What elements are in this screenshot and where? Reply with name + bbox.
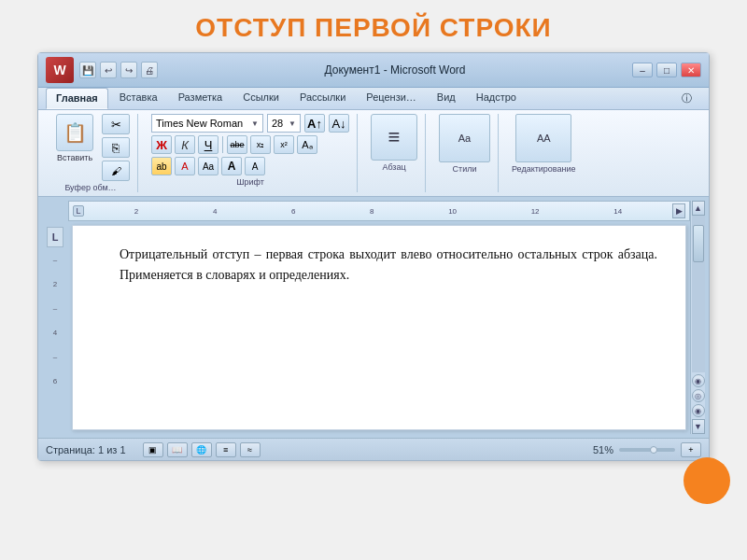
highlight-button[interactable]: ab	[151, 157, 172, 175]
grow-font-button[interactable]: A↑	[304, 114, 325, 133]
tab-review[interactable]: Рецензи…	[357, 88, 426, 109]
scroll-prev-page-btn[interactable]: ◉	[692, 374, 705, 387]
word-window: W 💾 ↩ ↪ 🖨 Документ1 - Microsoft Word – □…	[37, 52, 710, 461]
underline-button[interactable]: Ч	[198, 135, 218, 154]
tab-addins[interactable]: Надстро	[467, 88, 526, 109]
paragraph-content: ≡	[371, 114, 417, 161]
italic-button[interactable]: К	[175, 135, 195, 154]
paste-button[interactable]: 📋 Вставить	[51, 114, 98, 162]
editing-button[interactable]: АА	[515, 114, 571, 162]
ruler-num-4: 4	[213, 207, 217, 216]
quick-access-toolbar: 💾 ↩ ↪ 🖨	[79, 62, 158, 78]
font-color-button[interactable]: A	[175, 157, 195, 175]
clipboard-label: Буфер обм…	[64, 183, 116, 192]
superscript-button[interactable]: x²	[274, 135, 294, 154]
left-panel: L – 2 – 4 – 6	[42, 201, 68, 434]
full-reading-btn[interactable]: 📖	[167, 442, 188, 457]
top-ruler: L 2 4 6 8 10 12 14 ▶	[68, 201, 690, 221]
close-button[interactable]: ✕	[681, 63, 701, 77]
font-group: Times New Roman ▼ 28 ▼ A↑ A↓ Ж К Ч abe	[144, 114, 358, 192]
web-layout-btn[interactable]: 🌐	[191, 442, 212, 457]
ribbon: 📋 Вставить ✂ ⎘ 🖌 Буфер обм… Times New Ro…	[38, 110, 709, 197]
maximize-button[interactable]: □	[656, 63, 677, 77]
print-layout-btn[interactable]: ▣	[143, 442, 163, 457]
scroll-buttons-bottom: ◉ ◎ ◉	[692, 372, 705, 419]
tab-selector[interactable]: L	[47, 227, 63, 247]
editing-group: АА Редактирование	[504, 114, 584, 192]
scroll-next-page-btn[interactable]: ◉	[692, 404, 705, 417]
draft-btn[interactable]: ≈	[240, 442, 261, 457]
zoom-in-btn[interactable]: +	[681, 442, 701, 457]
quick-redo-btn[interactable]: ↪	[120, 62, 137, 78]
font-size-arrow: ▼	[289, 119, 296, 128]
zoom-area: 51% +	[593, 442, 701, 457]
scroll-select-btn[interactable]: ◎	[692, 389, 705, 402]
separator	[222, 136, 223, 153]
tab-mailings[interactable]: Рассылки	[290, 88, 355, 109]
paragraph-group: ≡ Абзац	[363, 114, 426, 192]
ruler-numbers: 2 4 6 8 10 12 14	[97, 207, 659, 216]
outline-btn[interactable]: ≡	[216, 442, 236, 457]
quick-save-btn[interactable]: 💾	[79, 62, 96, 78]
scroll-up-button[interactable]: ▲	[692, 201, 705, 216]
office-button[interactable]: W	[46, 57, 74, 83]
styles-content: Aa	[439, 114, 490, 162]
right-scrollbar: ▲ ◉ ◎ ◉ ▼	[690, 201, 705, 434]
ruler-num-8: 8	[370, 207, 374, 216]
scroll-down-button[interactable]: ▼	[692, 419, 705, 434]
scroll-thumb[interactable]	[693, 225, 704, 262]
bold-button[interactable]: Ж	[151, 135, 172, 154]
paste-icon: 📋	[56, 114, 93, 151]
format-painter-button[interactable]: 🖌	[102, 161, 130, 181]
ruler-right-btn[interactable]: ▶	[672, 203, 685, 218]
ruler-mark-3: –	[53, 301, 57, 315]
quick-undo-btn[interactable]: ↩	[100, 62, 117, 78]
copy-button[interactable]: ⎘	[102, 137, 130, 158]
zoom-slider[interactable]	[619, 448, 675, 452]
font-group-label: Шрифт	[236, 177, 264, 187]
minimize-button[interactable]: –	[632, 63, 653, 77]
tab-layout[interactable]: Разметка	[169, 88, 233, 109]
strikethrough-button[interactable]: abe	[227, 135, 247, 154]
shrink-font-button[interactable]: A↓	[329, 114, 349, 133]
font-size-dropdown[interactable]: 28 ▼	[267, 114, 301, 133]
subscript-button[interactable]: x₂	[250, 135, 271, 154]
styles-button[interactable]: Aa	[439, 114, 490, 162]
ruler-mark-5: –	[53, 350, 57, 363]
font-a-up-btn[interactable]: A	[221, 157, 242, 175]
main-content: L 2 4 6 8 10 12 14 ▶ Отрицательный отсту…	[68, 201, 690, 434]
window-title: Документ1 - Microsoft Word	[324, 63, 465, 77]
ribbon-tabs: Главная Вставка Разметка Ссылки Рассылки…	[38, 88, 709, 110]
ruler-mark-4: 4	[53, 326, 57, 339]
clear-format-button[interactable]: Aₐ	[297, 135, 317, 154]
orange-circle-decoration	[684, 457, 730, 504]
clipboard-content: 📋 Вставить ✂ ⎘ 🖌	[51, 114, 130, 181]
tab-help-icon[interactable]: ⓘ	[672, 88, 701, 109]
page-title: ОТСТУП ПЕРВОЙ СТРОКИ	[195, 13, 551, 43]
styles-label: Стили	[453, 164, 477, 174]
editing-label: Редактирование	[512, 164, 576, 174]
font-section: Times New Roman ▼ 28 ▼ A↑ A↓ Ж К Ч abe	[151, 114, 349, 175]
zoom-thumb[interactable]	[650, 446, 657, 454]
quick-print-btn[interactable]: 🖨	[141, 62, 158, 78]
font-name-dropdown[interactable]: Times New Roman ▼	[151, 114, 263, 133]
zoom-percent: 51%	[593, 444, 613, 455]
font-a-down-btn[interactable]: A	[245, 157, 265, 175]
tab-insert[interactable]: Вставка	[110, 88, 167, 109]
ruler-num-12: 12	[531, 207, 540, 216]
tab-view[interactable]: Вид	[428, 88, 465, 109]
document-text: Отрицательный отступ – первая строка вых…	[120, 245, 657, 287]
clipboard-group: 📋 Вставить ✂ ⎘ 🖌 Буфер обм…	[44, 114, 138, 192]
ruler-mark-1: –	[53, 253, 57, 266]
document-page[interactable]: Отрицательный отступ – первая строка вых…	[72, 225, 686, 430]
paragraph-button[interactable]: ≡	[371, 114, 417, 161]
tab-references[interactable]: Ссылки	[233, 88, 289, 109]
cut-button[interactable]: ✂	[102, 114, 130, 134]
left-ruler: – 2 – 4 – 6	[53, 253, 57, 387]
paragraph-label: Абзац	[382, 162, 405, 172]
paste-label: Вставить	[57, 153, 92, 162]
aa-button[interactable]: Aa	[198, 157, 218, 175]
document-area: L – 2 – 4 – 6 L 2 4 6 8 10	[38, 197, 709, 438]
scroll-track[interactable]	[692, 216, 705, 372]
tab-home[interactable]: Главная	[46, 88, 108, 109]
